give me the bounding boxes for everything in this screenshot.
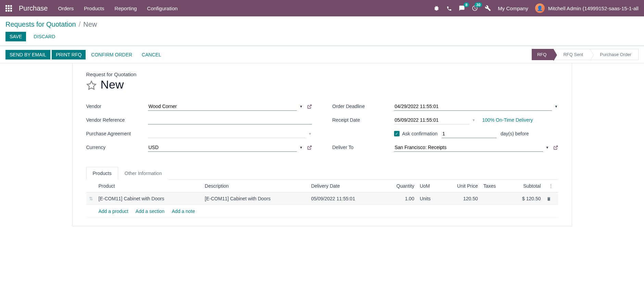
app-brand[interactable]: Purchase: [19, 4, 48, 12]
phone-icon[interactable]: [446, 5, 452, 11]
cell-quantity[interactable]: 1.00: [382, 192, 417, 205]
col-taxes: Taxes: [481, 180, 507, 192]
cell-subtotal: $ 120.50: [507, 192, 543, 205]
breadcrumb-parent[interactable]: Requests for Quotation: [5, 21, 76, 28]
nav-orders[interactable]: Orders: [58, 5, 74, 11]
add-product-link[interactable]: Add a product: [99, 209, 128, 214]
col-uom: UoM: [417, 180, 441, 192]
label-vendor-ref: Vendor Reference: [86, 117, 148, 123]
cancel-button[interactable]: Cancel: [138, 50, 165, 59]
label-receipt-date: Receipt Date: [332, 117, 394, 123]
cell-uom[interactable]: Units: [417, 192, 441, 205]
deliver-to-input[interactable]: [394, 143, 543, 152]
debug-icon[interactable]: [433, 5, 440, 12]
table-row[interactable]: ⇅ [E-COM11] Cabinet with Doors [E-COM11]…: [86, 192, 558, 205]
confirm-order-button[interactable]: Confirm Order: [87, 50, 136, 59]
record-title: New: [101, 78, 124, 91]
ontime-delivery-link[interactable]: 100% On-Time Delivery: [482, 117, 533, 123]
breadcrumb: Requests for Quotation / New: [5, 21, 639, 28]
chevron-down-icon[interactable]: ▼: [555, 105, 558, 108]
col-quantity: Quantity: [382, 180, 417, 192]
label-order-deadline: Order Deadline: [332, 104, 394, 109]
chevron-down-icon[interactable]: ▼: [472, 118, 476, 122]
order-deadline-input[interactable]: [394, 102, 552, 111]
user-menu[interactable]: 👤 Mitchell Admin (14999152-saas-15-1-all: [535, 3, 639, 13]
company-selector[interactable]: My Company: [498, 5, 528, 11]
vendor-ref-input[interactable]: [148, 116, 312, 124]
label-deliver-to: Deliver To: [332, 145, 394, 150]
nav-reporting[interactable]: Reporting: [115, 5, 137, 11]
ask-confirmation-label: Ask confirmation: [402, 131, 438, 136]
delete-row-icon[interactable]: [546, 196, 551, 201]
messaging-icon[interactable]: 8: [459, 5, 465, 12]
add-section-link[interactable]: Add a section: [136, 209, 165, 214]
col-delivery-date: Delivery Date: [308, 180, 382, 192]
external-link-icon[interactable]: [307, 104, 312, 109]
send-by-email-button[interactable]: Send by Email: [5, 50, 50, 59]
cell-delivery-date[interactable]: 05/09/2022 11:55:01: [308, 192, 382, 205]
receipt-date-input[interactable]: [394, 116, 469, 124]
col-product: Product: [96, 180, 202, 192]
messaging-badge: 8: [464, 2, 469, 7]
vendor-input[interactable]: [148, 102, 297, 111]
svg-marker-0: [87, 81, 96, 89]
chevron-down-icon[interactable]: ▼: [300, 105, 303, 108]
nav-products[interactable]: Products: [84, 5, 104, 11]
priority-star-icon[interactable]: [86, 79, 97, 90]
columns-menu-icon[interactable]: ⋮: [546, 183, 555, 189]
col-description: Description: [202, 180, 308, 192]
purchase-agreement-input[interactable]: [148, 130, 306, 138]
drag-handle-icon[interactable]: ⇅: [89, 196, 93, 201]
print-rfq-button[interactable]: Print RFQ: [52, 50, 86, 59]
save-button[interactable]: Save: [5, 32, 26, 41]
cell-unit-price[interactable]: 120.50: [441, 192, 480, 205]
col-subtotal: Subtotal: [507, 180, 543, 192]
activity-icon[interactable]: 30: [472, 5, 478, 12]
tools-icon[interactable]: [485, 5, 491, 12]
activity-badge: 30: [475, 2, 482, 7]
apps-icon[interactable]: [5, 5, 12, 12]
cell-taxes[interactable]: [481, 192, 507, 205]
title-label: Request for Quotation: [86, 71, 558, 77]
breadcrumb-current: New: [83, 21, 97, 28]
chevron-down-icon[interactable]: ▼: [308, 132, 312, 136]
chevron-down-icon[interactable]: ▼: [300, 146, 303, 149]
avatar: 👤: [535, 3, 545, 13]
label-purchase-agreement: Purchase Agreement: [86, 131, 148, 136]
nav-configuration[interactable]: Configuration: [147, 5, 178, 11]
tab-products[interactable]: Products: [86, 167, 118, 180]
cell-product[interactable]: [E-COM11] Cabinet with Doors: [96, 192, 202, 205]
ask-confirmation-checkbox[interactable]: ✓: [394, 131, 400, 136]
cell-description[interactable]: [E-COM11] Cabinet with Doors: [202, 192, 308, 205]
add-note-link[interactable]: Add a note: [172, 209, 195, 214]
status-purchase-order[interactable]: Purchase Order: [590, 49, 639, 60]
external-link-icon[interactable]: [307, 145, 312, 150]
discard-button[interactable]: Discard: [29, 32, 59, 41]
label-currency: Currency: [86, 145, 148, 150]
status-rfq-sent[interactable]: RFQ Sent: [554, 49, 590, 60]
chevron-down-icon[interactable]: ▼: [546, 146, 549, 149]
label-vendor: Vendor: [86, 104, 148, 109]
confirmation-days-input[interactable]: [442, 130, 496, 138]
days-before-label: day(s) before: [501, 131, 529, 136]
status-rfq[interactable]: RFQ: [532, 49, 554, 60]
tab-other-information[interactable]: Other Information: [118, 167, 168, 180]
col-unit-price: Unit Price: [441, 180, 480, 192]
user-name: Mitchell Admin (14999152-saas-15-1-all: [548, 5, 639, 11]
currency-input[interactable]: [148, 143, 297, 152]
external-link-icon[interactable]: [553, 145, 558, 150]
